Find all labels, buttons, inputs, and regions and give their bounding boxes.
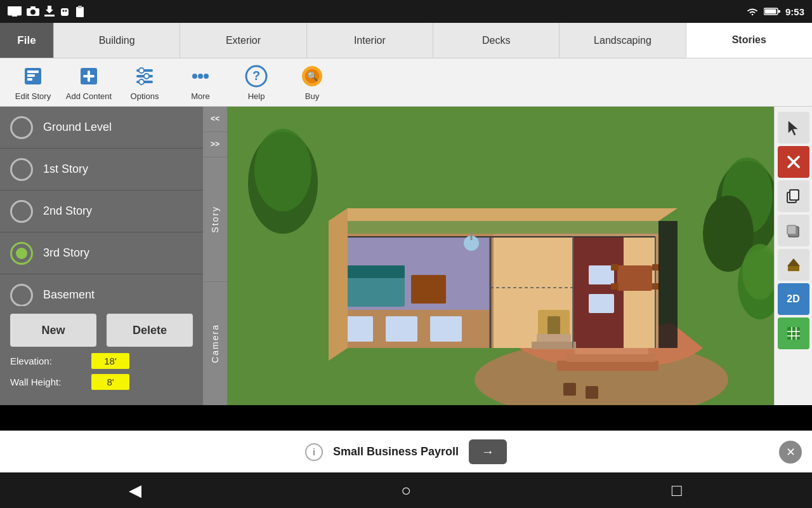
svg-rect-78 [658,221,678,348]
camera-icon [27,6,39,17]
wifi-icon [746,6,759,17]
svg-rect-18 [27,78,32,81]
more-label: More [191,91,210,101]
svg-rect-54 [589,294,614,313]
delete-tool-button[interactable] [778,146,809,178]
tab-file[interactable]: File [0,23,53,58]
help-button[interactable]: ? Help [228,60,284,105]
svg-marker-79 [789,121,797,135]
story-name-1st: 1st Story [43,163,88,176]
story-item-2nd[interactable]: 2nd Story [0,190,203,232]
svg-rect-16 [27,70,39,73]
svg-rect-50 [341,265,405,278]
home-button[interactable]: ○ [387,478,425,503]
roof-tool-button[interactable] [778,249,809,281]
svg-rect-63 [386,316,417,342]
svg-point-29 [198,74,203,79]
screen-icon [8,6,22,17]
story-item-ground[interactable]: Ground Level [0,107,203,149]
panel-fields: Elevation: 18' Wall Height: 8' [0,348,203,400]
arrow-up-btn[interactable]: << [203,107,227,132]
elevation-label: Elevation: [10,356,86,366]
tab-building[interactable]: Building [53,23,180,58]
svg-text:?: ? [252,69,260,83]
ad-text: Small Business Payroll [333,445,459,458]
more-button[interactable]: More [173,60,228,105]
tab-exterior[interactable]: Exterior [180,23,306,58]
radio-dot-3rd [16,248,27,259]
svg-point-30 [204,74,209,79]
3d-tool-button[interactable] [778,215,809,246]
wall-height-value[interactable]: 8' [91,374,129,390]
add-content-icon [76,64,102,89]
add-content-button[interactable]: Add Content [61,60,117,105]
new-story-button[interactable]: New [10,314,96,347]
svg-rect-87 [788,266,799,271]
edit-story-icon [20,64,46,89]
status-icons-left [8,6,85,17]
ad-close-button[interactable]: ✕ [779,441,802,464]
radio-basement [10,284,33,307]
camera-side-label: Camera [210,324,220,363]
right-toolbar: 2D [774,107,812,405]
delete-story-button[interactable]: Delete [107,314,193,347]
add-content-label: Add Content [66,91,112,101]
camera-side-tab[interactable]: Camera [203,282,227,406]
buy-button[interactable]: 🔍 Buy [284,60,340,105]
main-3d-view[interactable] [227,107,784,405]
help-icon: ? [244,64,269,89]
recent-button[interactable]: □ [658,478,696,503]
svg-rect-72 [586,386,598,399]
back-button[interactable]: ◀ [116,478,154,503]
arrow-down-label: >> [211,140,219,149]
tab-stories[interactable]: Stories [686,23,812,58]
svg-point-27 [139,79,144,84]
more-icon [188,64,213,89]
help-label: Help [248,91,265,101]
3d-object-icon [785,222,802,239]
clock-display: 9:53 [785,6,804,17]
ad-arrow-button[interactable]: → [469,439,507,464]
elevation-row: Elevation: 18' [10,353,193,369]
panel-buttons: New Delete [0,306,203,354]
story-name-2nd: 2nd Story [43,204,92,218]
tab-landscaping[interactable]: Landscaping [559,23,685,58]
svg-rect-58 [611,283,619,290]
ad-info-button[interactable]: i [305,443,323,461]
radio-3rd [10,242,33,265]
select-tool-button[interactable] [778,112,809,144]
radio-1st [10,158,33,181]
story-name-basement: Basement [43,288,95,302]
tab-interior[interactable]: Interior [306,23,433,58]
svg-point-3 [30,10,36,15]
svg-point-8 [63,10,65,12]
svg-marker-6 [46,6,53,13]
options-button[interactable]: Options [117,60,173,105]
copy-tool-button[interactable] [778,180,809,212]
building-scene [227,107,784,405]
svg-point-26 [144,74,149,79]
status-icons-right: 9:53 [746,6,804,17]
download-icon [44,6,55,17]
svg-rect-71 [563,383,576,396]
tab-decks[interactable]: Decks [433,23,559,58]
svg-marker-88 [787,258,800,266]
arrow-down-btn[interactable]: >> [203,132,227,157]
wall-height-label: Wall Height: [10,377,86,387]
edit-story-button[interactable]: Edit Story [5,60,61,105]
android-icon [60,6,70,17]
story-item-1st[interactable]: 1st Story [0,149,203,190]
arrow-up-label: << [211,114,219,123]
svg-rect-70 [537,334,571,342]
delete-icon [785,153,802,171]
story-item-3rd[interactable]: 3rd Story [0,232,203,274]
svg-rect-0 [8,6,22,15]
svg-point-9 [65,10,67,12]
svg-rect-14 [778,10,780,13]
elevation-value[interactable]: 18' [91,353,129,369]
svg-rect-1 [12,15,17,17]
grid-view-button[interactable] [778,318,809,349]
story-side-tab[interactable]: Story [203,157,227,282]
status-bar: 9:53 [0,0,812,23]
2d-view-button[interactable]: 2D [778,283,809,315]
